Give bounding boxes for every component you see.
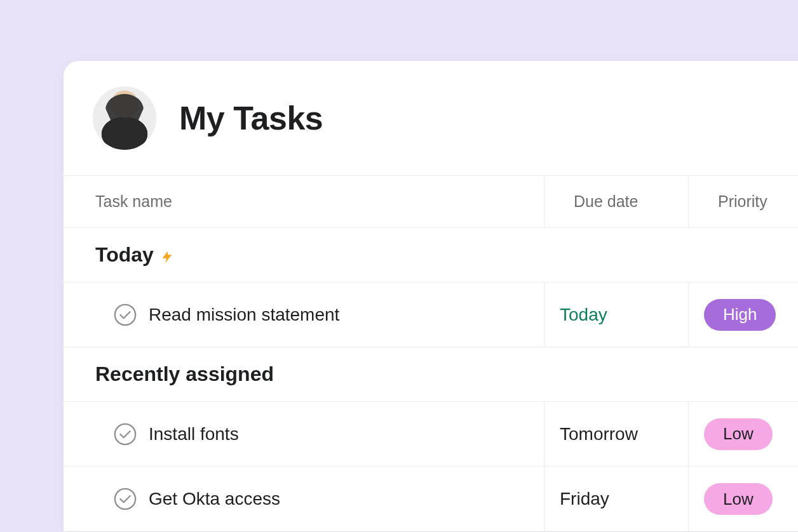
task-row[interactable]: Install fonts Tomorrow Low — [64, 402, 798, 467]
task-name-cell: Read mission statement — [64, 283, 544, 347]
svg-point-0 — [115, 304, 135, 324]
svg-point-2 — [115, 489, 135, 509]
task-name-cell: Install fonts — [64, 402, 544, 466]
page-title: My Tasks — [179, 99, 323, 137]
priority-badge: High — [704, 299, 776, 331]
section-header-recently-assigned[interactable]: Recently assigned — [64, 347, 798, 402]
task-priority-cell[interactable]: High — [689, 283, 798, 347]
priority-badge: Low — [704, 418, 773, 450]
task-name: Install fonts — [149, 424, 239, 444]
task-name: Get Okta access — [149, 489, 280, 509]
section-label: Recently assigned — [95, 362, 274, 386]
task-due-cell[interactable]: Today — [544, 283, 689, 347]
check-circle-icon[interactable] — [113, 487, 137, 511]
card-header: My Tasks — [64, 61, 798, 175]
tasks-card: My Tasks Task name Due date Priority Tod… — [64, 61, 798, 531]
svg-point-1 — [115, 423, 135, 444]
task-due-cell[interactable]: Friday — [544, 467, 689, 531]
check-circle-icon[interactable] — [113, 422, 137, 446]
lightning-bolt-icon — [160, 247, 174, 263]
task-due: Tomorrow — [560, 424, 638, 444]
column-header-name[interactable]: Task name — [64, 176, 544, 227]
task-row[interactable]: Read mission statement Today High — [64, 283, 798, 347]
task-name-cell: Get Okta access — [64, 467, 544, 531]
check-circle-icon[interactable] — [113, 303, 137, 327]
section-header-today[interactable]: Today — [64, 228, 798, 283]
user-avatar[interactable] — [93, 86, 156, 150]
task-due: Today — [560, 305, 607, 325]
task-due-cell[interactable]: Tomorrow — [544, 402, 689, 466]
column-headers: Task name Due date Priority — [64, 175, 798, 228]
column-header-due[interactable]: Due date — [544, 176, 689, 227]
task-priority-cell[interactable]: Low — [689, 467, 798, 531]
task-row[interactable]: Get Okta access Friday Low — [64, 467, 798, 531]
section-label: Today — [95, 243, 154, 267]
task-priority-cell[interactable]: Low — [689, 402, 798, 466]
task-due: Friday — [560, 489, 609, 509]
column-header-priority[interactable]: Priority — [689, 176, 798, 227]
priority-badge: Low — [704, 483, 773, 515]
task-name: Read mission statement — [149, 305, 339, 325]
